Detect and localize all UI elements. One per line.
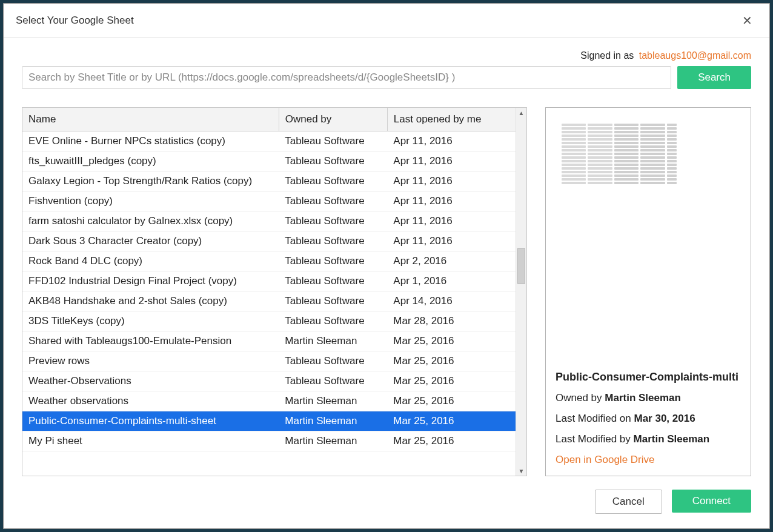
table-cell-name: Dark Sous 3 Character Creator (copy)	[22, 231, 279, 251]
detail-owner: Owned by Martin Sleeman	[556, 392, 741, 404]
detail-title: Public-Consumer-Complaints-multi	[556, 371, 741, 384]
table-row[interactable]: Weather observationsMartin SleemanMar 25…	[22, 391, 516, 411]
col-header-opened[interactable]: Last opened by me	[387, 108, 516, 131]
detail-owner-label: Owned by	[556, 392, 602, 404]
connect-button[interactable]: Connect	[672, 490, 751, 513]
search-button[interactable]: Search	[677, 66, 751, 89]
dialog-footer: Cancel Connect	[22, 476, 751, 514]
detail-modified-by: Last Modified by Martin Sleeman	[556, 433, 741, 445]
table-cell-owner: Tableau Software	[279, 231, 387, 251]
scroll-thumb[interactable]	[517, 248, 525, 284]
table-cell-opened: Apr 11, 2016	[387, 211, 516, 231]
sheet-thumbnail	[556, 118, 683, 202]
titlebar: Select Your Google Sheet ✕	[4, 4, 769, 38]
table-row[interactable]: My Pi sheetMartin SleemanMar 25, 2016	[22, 431, 516, 451]
table-cell-owner: Tableau Software	[279, 311, 387, 331]
table-cell-opened: Mar 25, 2016	[387, 431, 516, 451]
detail-modified-on-value: Mar 30, 2016	[634, 413, 695, 424]
table-cell-owner: Martin Sleeman	[279, 391, 387, 411]
table-cell-name: My Pi sheet	[22, 431, 279, 451]
table-cell-name: Weather-Observations	[22, 371, 279, 391]
table-row[interactable]: Preview rowsTableau SoftwareMar 25, 2016	[22, 351, 516, 371]
table-cell-name: Shared with Tableaugs100-Emulate-Pension	[22, 331, 279, 351]
table-cell-name: EVE Online - Burner NPCs statistics (cop…	[22, 131, 279, 151]
table-cell-opened: Apr 11, 2016	[387, 131, 516, 151]
table-row[interactable]: Shared with Tableaugs100-Emulate-Pension…	[22, 331, 516, 351]
table-row[interactable]: fts_kuwaitIII_pledges (copy)Tableau Soft…	[22, 151, 516, 171]
table-cell-name: Fishvention (copy)	[22, 191, 279, 211]
detail-modified-by-label: Last Modified by	[556, 433, 631, 445]
table-cell-opened: Apr 11, 2016	[387, 231, 516, 251]
table-cell-opened: Mar 25, 2016	[387, 371, 516, 391]
cancel-button[interactable]: Cancel	[595, 490, 662, 514]
table-cell-owner: Tableau Software	[279, 351, 387, 371]
table-cell-name: FFD102 Industrial Design Final Project (…	[22, 271, 279, 291]
table-cell-opened: Apr 1, 2016	[387, 271, 516, 291]
table-cell-opened: Mar 25, 2016	[387, 391, 516, 411]
table-row[interactable]: Galaxy Legion - Top Strength/Rank Ratios…	[22, 171, 516, 191]
table-cell-name: AKB48 Handshake and 2-shot Sales (copy)	[22, 291, 279, 311]
table-cell-name: fts_kuwaitIII_pledges (copy)	[22, 151, 279, 171]
scroll-up-icon[interactable]: ▲	[516, 108, 526, 118]
table-cell-owner: Tableau Software	[279, 131, 387, 151]
table-cell-owner: Tableau Software	[279, 371, 387, 391]
table-cell-opened: Mar 25, 2016	[387, 351, 516, 371]
detail-modified-on-label: Last Modified on	[556, 413, 631, 424]
main-row: Name Owned by Last opened by me EVE Onli…	[22, 107, 751, 476]
table-cell-name: Galaxy Legion - Top Strength/Rank Ratios…	[22, 171, 279, 191]
table-cell-opened: Mar 25, 2016	[387, 331, 516, 351]
table-cell-owner: Tableau Software	[279, 271, 387, 291]
table-cell-name: Rock Band 4 DLC (copy)	[22, 251, 279, 271]
table-cell-opened: Apr 11, 2016	[387, 191, 516, 211]
table-cell-opened: Apr 11, 2016	[387, 151, 516, 171]
table-cell-owner: Martin Sleeman	[279, 331, 387, 351]
table-cell-opened: Apr 11, 2016	[387, 171, 516, 191]
table-row[interactable]: 3DS TitleKeys (copy)Tableau SoftwareMar …	[22, 311, 516, 331]
table-row[interactable]: Dark Sous 3 Character Creator (copy)Tabl…	[22, 231, 516, 251]
sheet-table-scroll: Name Owned by Last opened by me EVE Onli…	[22, 108, 516, 476]
dialog-body: Signed in as tableaugs100@gmail.com Sear…	[4, 38, 769, 528]
detail-modified-on: Last Modified on Mar 30, 2016	[556, 413, 741, 425]
details-panel: Public-Consumer-Complaints-multi Owned b…	[545, 107, 751, 476]
table-cell-owner: Tableau Software	[279, 191, 387, 211]
search-row: Search	[22, 66, 751, 89]
table-row[interactable]: Fishvention (copy)Tableau SoftwareApr 11…	[22, 191, 516, 211]
table-cell-opened: Mar 25, 2016	[387, 411, 516, 431]
table-cell-owner: Tableau Software	[279, 251, 387, 271]
search-input[interactable]	[22, 66, 671, 89]
table-row[interactable]: Weather-ObservationsTableau SoftwareMar …	[22, 371, 516, 391]
table-cell-owner: Tableau Software	[279, 151, 387, 171]
signed-in-email[interactable]: tableaugs100@gmail.com	[639, 50, 751, 61]
table-cell-owner: Martin Sleeman	[279, 431, 387, 451]
table-cell-opened: Mar 28, 2016	[387, 311, 516, 331]
table-row[interactable]: farm satoshi calculator by Galnex.xlsx (…	[22, 211, 516, 231]
table-row[interactable]: EVE Online - Burner NPCs statistics (cop…	[22, 131, 516, 151]
table-cell-owner: Tableau Software	[279, 211, 387, 231]
col-header-owner[interactable]: Owned by	[279, 108, 387, 131]
open-in-drive-link[interactable]: Open in Google Drive	[556, 454, 741, 466]
table-cell-name: Public-Consumer-Complaints-multi-sheet	[22, 411, 279, 431]
detail-modified-by-value: Martin Sleeman	[634, 433, 710, 445]
table-row[interactable]: Rock Band 4 DLC (copy)Tableau SoftwareAp…	[22, 251, 516, 271]
table-cell-name: Weather observations	[22, 391, 279, 411]
col-header-name[interactable]: Name	[22, 108, 279, 131]
table-cell-opened: Apr 14, 2016	[387, 291, 516, 311]
detail-owner-value: Martin Sleeman	[605, 392, 681, 404]
table-cell-opened: Apr 2, 2016	[387, 251, 516, 271]
table-cell-owner: Tableau Software	[279, 171, 387, 191]
table-row[interactable]: FFD102 Industrial Design Final Project (…	[22, 271, 516, 291]
table-cell-owner: Martin Sleeman	[279, 411, 387, 431]
table-row[interactable]: Public-Consumer-Complaints-multi-sheetMa…	[22, 411, 516, 431]
scrollbar[interactable]: ▲ ▼	[516, 108, 526, 476]
table-cell-name: 3DS TitleKeys (copy)	[22, 311, 279, 331]
signed-in-label: Signed in as	[580, 50, 634, 61]
sheet-table-container: Name Owned by Last opened by me EVE Onli…	[22, 107, 527, 476]
table-row[interactable]: AKB48 Handshake and 2-shot Sales (copy)T…	[22, 291, 516, 311]
table-cell-owner: Tableau Software	[279, 291, 387, 311]
google-sheet-picker-dialog: Select Your Google Sheet ✕ Signed in as …	[3, 3, 770, 529]
dialog-title: Select Your Google Sheet	[16, 15, 134, 27]
table-cell-name: farm satoshi calculator by Galnex.xlsx (…	[22, 211, 279, 231]
close-icon[interactable]: ✕	[737, 11, 757, 30]
table-cell-name: Preview rows	[22, 351, 279, 371]
scroll-down-icon[interactable]: ▼	[516, 466, 526, 476]
